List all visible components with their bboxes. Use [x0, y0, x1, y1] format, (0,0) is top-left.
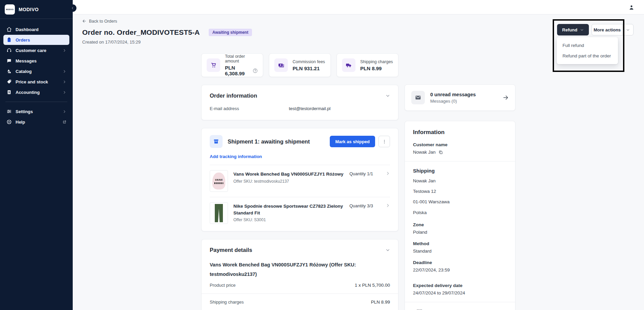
- modivo-logo-icon: MODIVO: [5, 4, 15, 15]
- messages-card[interactable]: 0 unread messages Messages (0): [405, 84, 515, 111]
- sidebar-item-label: Help: [16, 120, 25, 125]
- product-list: VANS Vans Worek Benched Bag VN000SUFZJY1…: [210, 165, 390, 229]
- back-to-orders-link[interactable]: Back to Orders: [82, 19, 117, 24]
- messages-subtitle: Messages (0): [430, 99, 476, 104]
- method-label: Method: [413, 241, 507, 246]
- email-label: E-mail address: [210, 106, 289, 111]
- cart-icon: [207, 58, 220, 72]
- stat-label: Commission fees: [293, 59, 325, 64]
- collapse-chevron-icon[interactable]: [386, 93, 390, 98]
- product-quantity: Quantity 1/1: [349, 170, 373, 192]
- more-actions-label: More actions: [592, 24, 623, 35]
- stat-value: PLN 8.99: [360, 66, 382, 71]
- status-badge: Awaiting shipment: [209, 29, 252, 36]
- information-title: Information: [413, 129, 507, 136]
- help-icon: [6, 119, 12, 125]
- sidebar-item-label: Customer care: [16, 48, 46, 53]
- payment-value: 1 x PLN 5,700.00: [355, 283, 390, 288]
- shipping-section-title: Shipping: [413, 168, 507, 174]
- product-row[interactable]: VANS Vans Worek Benched Bag VN000SUFZJY1…: [210, 165, 390, 197]
- sidebar-item-price-and-stock[interactable]: Price and stock: [3, 77, 69, 87]
- kebab-icon: [382, 139, 387, 144]
- address-line: Nowak Jan: [413, 178, 507, 184]
- refund-button[interactable]: Refund: [557, 24, 589, 35]
- sidebar-item-label: Dashboard: [16, 27, 39, 32]
- mark-as-shipped-button[interactable]: Mark as shipped: [330, 136, 375, 147]
- billing-section-title: Billing: [413, 309, 429, 310]
- product-image-nike-pants: [210, 202, 228, 224]
- more-actions-caret-button[interactable]: [623, 24, 633, 35]
- sidebar-item-dashboard[interactable]: Dashboard: [3, 24, 69, 34]
- menu-item-refund-part[interactable]: Refund part of the order: [557, 51, 618, 61]
- sidebar-item-label: Accounting: [16, 90, 40, 95]
- more-actions-button[interactable]: More actions: [592, 24, 634, 35]
- payment-row: Product price 1 x PLN 5,700.00: [210, 283, 390, 288]
- topbar: [73, 0, 644, 15]
- package-icon: [210, 135, 223, 148]
- payment-label: Shipping charges: [210, 300, 244, 305]
- address-line: Testowa 12: [413, 188, 507, 195]
- page-title: Order no. Order_MODIVOTEST5-A: [82, 28, 200, 36]
- envelope-icon: [411, 91, 425, 104]
- information-card: Information Customer name Nowak Jan Ship…: [405, 121, 515, 310]
- chevron-down-icon: [580, 28, 584, 32]
- chevron-right-icon[interactable]: [386, 202, 390, 224]
- add-tracking-link[interactable]: Add tracking information: [210, 154, 262, 159]
- messages-title: 0 unread messages: [430, 92, 476, 97]
- clipboard-icon: [6, 37, 12, 43]
- sidebar-item-messages[interactable]: Messages: [3, 56, 69, 66]
- user-menu-button[interactable]: [628, 4, 635, 11]
- sidebar-item-catalog[interactable]: Catalog: [3, 66, 69, 76]
- divider: [202, 293, 398, 294]
- product-name: Vans Worek Benched Bag VN000SUFZJY1 Różo…: [233, 171, 349, 178]
- sidebar-item-accounting[interactable]: Accounting: [3, 87, 69, 97]
- sidebar-collapse-button[interactable]: [69, 4, 76, 12]
- sidebar-item-help[interactable]: Help: [3, 117, 69, 127]
- product-row[interactable]: Nike Spodnie dresowe Sportswear CZ7823 Z…: [210, 197, 390, 229]
- copy-icon[interactable]: [438, 150, 443, 155]
- chat-icon: [6, 58, 12, 63]
- back-arrow-icon: [82, 19, 87, 23]
- sidebar-item-customer-care[interactable]: Customer care: [3, 45, 69, 55]
- stat-label: Total order amount: [225, 54, 258, 63]
- sidebar-item-settings[interactable]: Settings: [3, 106, 69, 117]
- product-sku: Offer SKU: S3001: [233, 217, 349, 222]
- order-information-card: Order information E-mail address test@te…: [201, 85, 398, 120]
- invoice-icon: [6, 89, 12, 95]
- truck-icon: [342, 58, 355, 72]
- stat-value: PLN 6,308.99: [225, 65, 250, 76]
- chevron-left-icon: [71, 6, 74, 10]
- chevron-right-icon: [63, 70, 66, 73]
- card-title: Payment details: [210, 247, 252, 253]
- brand-name: MODIVO: [19, 7, 39, 12]
- chevron-down-icon: [626, 28, 630, 32]
- sidebar-item-orders[interactable]: Orders: [3, 35, 69, 45]
- chevron-right-icon: [63, 91, 66, 94]
- sidebar-item-label: Settings: [16, 109, 33, 114]
- back-link-label: Back to Orders: [89, 19, 117, 24]
- tag-icon: [6, 79, 12, 84]
- chevron-right-icon: [63, 80, 66, 84]
- payment-value: PLN 8.99: [371, 300, 390, 305]
- customer-name-value: Nowak Jan: [413, 150, 436, 155]
- sidebar-divider: [5, 102, 67, 102]
- stat-shipping-charges: Shipping charges PLN 8.99: [337, 53, 398, 77]
- product-name: Nike Spodnie dresowe Sportswear CZ7823 Z…: [233, 203, 349, 216]
- collapse-chevron-icon[interactable]: [386, 247, 390, 252]
- menu-item-full-refund[interactable]: Full refund: [557, 40, 618, 51]
- content: Total order amount PLN 6,308.99 Commissi…: [201, 53, 515, 310]
- arrow-right-icon[interactable]: [503, 95, 509, 101]
- chevron-right-icon[interactable]: [386, 170, 390, 192]
- divider: [405, 161, 515, 161]
- product-image-vans-bag: VANS: [210, 170, 228, 192]
- shipment-kebab-button[interactable]: [378, 136, 390, 147]
- page-header: Back to Orders Order no. Order_MODIVOTES…: [82, 19, 252, 45]
- sidebar-item-label: Orders: [16, 37, 30, 43]
- help-circle-icon[interactable]: [253, 68, 258, 73]
- address-line: Polska: [413, 210, 507, 216]
- shipment-card: Shipment 1: awaiting shipment Mark as sh…: [201, 128, 398, 231]
- expected-delivery-value: 24/07/2024 to 29/07/2024: [413, 290, 507, 295]
- expected-delivery-label: Expected delivery date: [413, 283, 507, 288]
- sidebar: MODIVO MODIVO Dashboard Orders Customer …: [0, 0, 73, 310]
- payment-product-line: Vans Worek Benched Bag VN000SUFZJY1 Różo…: [210, 260, 369, 279]
